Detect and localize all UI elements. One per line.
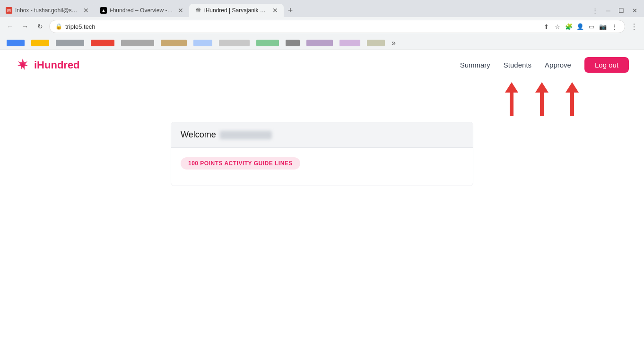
bookmarks-bar: » [0,36,644,50]
sidebar-icon[interactable]: ▭ [587,22,596,31]
tab-close-vercel[interactable]: ✕ [178,7,183,14]
bookmark-1[interactable] [4,38,27,48]
bookmark-4[interactable] [88,38,117,48]
nav-students[interactable]: Students [504,61,531,69]
restore-button[interactable]: ☐ [616,5,627,16]
forward-button[interactable]: → [19,20,31,33]
tab-close-gmail[interactable]: ✕ [83,7,89,14]
arrow-summary [505,82,518,116]
bookmark-12[interactable] [337,38,363,48]
welcome-header: Welcome [171,122,473,148]
tab-close-ihundred[interactable]: ✕ [272,7,278,14]
arrow-students [535,82,548,116]
share-icon[interactable]: ⬆ [541,22,551,31]
bookmark-13[interactable] [364,38,388,48]
tab-search-button[interactable]: ⋮ [589,5,600,16]
profile-icon[interactable]: 👤 [575,22,585,31]
arrow-shaft-1 [510,93,513,116]
address-bar: ← → ↻ 🔒 triple5.tech ⬆ ☆ 🧩 👤 ▭ 📷 ⋮ ⋮ [0,17,644,36]
extensions-icon[interactable]: 🧩 [564,22,574,31]
new-tab-button[interactable]: + [284,4,297,17]
logo-icon [15,58,30,73]
bookmark-8[interactable] [216,38,252,48]
arrow-shaft-3 [570,93,574,116]
guidelines-button[interactable]: 100 POINTS ACTIVITY GUIDE LINES [181,157,300,170]
reload-button[interactable]: ↻ [34,20,46,33]
bookmark-7[interactable] [191,38,215,48]
browser-chrome: M Inbox - tushar.gohil@scet.ac.in - ✕ ▲ … [0,0,644,50]
nav-approve[interactable]: Approve [545,61,571,69]
address-text: triple5.tech [65,23,539,30]
bookmark-2[interactable] [28,38,52,48]
tab-bar-right: ⋮ ─ ☐ ✕ [589,4,644,17]
navbar: iHundred Summary Students Approve Log ou… [0,50,644,80]
welcome-card-area: Welcome 100 POINTS ACTIVITY GUIDE LINES [0,122,644,205]
welcome-card: Welcome 100 POINTS ACTIVITY GUIDE LINES [171,122,473,186]
welcome-prefix: Welcome [181,130,216,140]
bookmark-10[interactable] [283,38,303,48]
tab-ihundred[interactable]: 🏛 iHundred | Sarvajanik University ✕ [189,4,284,17]
chrome-menu-button[interactable]: ⋮ [628,20,640,33]
tab-gmail[interactable]: M Inbox - tushar.gohil@scet.ac.in - ✕ [0,4,95,17]
welcome-name-blur [220,131,272,139]
arrow-head-2 [535,82,548,93]
tab-vercel[interactable]: ▲ i-hundred – Overview - Vercel ✕ [95,4,189,17]
back-button[interactable]: ← [4,20,16,33]
app-content: iHundred Summary Students Approve Log ou… [0,50,644,340]
bookmark-9[interactable] [253,38,282,48]
arrow-shaft-2 [540,93,544,116]
svg-point-0 [21,63,25,67]
arrows-area [0,80,644,118]
logo-text: iHundred [34,59,80,71]
logout-button[interactable]: Log out [584,57,629,73]
bookmark-11[interactable] [304,38,336,48]
minimize-button[interactable]: ─ [602,5,614,16]
logo: iHundred [15,58,80,73]
tab-bar: M Inbox - tushar.gohil@scet.ac.in - ✕ ▲ … [0,0,644,17]
bookmark-5[interactable] [118,38,157,48]
arrow-approve [566,82,579,116]
bookmark-icon[interactable]: ☆ [553,22,562,31]
close-browser-button[interactable]: ✕ [629,5,640,16]
nav-summary[interactable]: Summary [460,61,490,69]
bookmark-3[interactable] [53,38,87,48]
menu-icon[interactable]: ⋮ [609,22,619,31]
bookmark-6[interactable] [158,38,190,48]
address-input[interactable]: 🔒 triple5.tech ⬆ ☆ 🧩 👤 ▭ 📷 ⋮ [49,20,625,33]
nav-links: Summary Students Approve Log out [460,57,629,73]
cast-icon[interactable]: 📷 [598,22,608,31]
welcome-body: 100 POINTS ACTIVITY GUIDE LINES [171,148,473,186]
lock-icon: 🔒 [55,23,62,30]
arrow-head-1 [505,82,518,93]
more-bookmarks[interactable]: » [389,38,399,48]
arrow-head-3 [566,82,579,93]
